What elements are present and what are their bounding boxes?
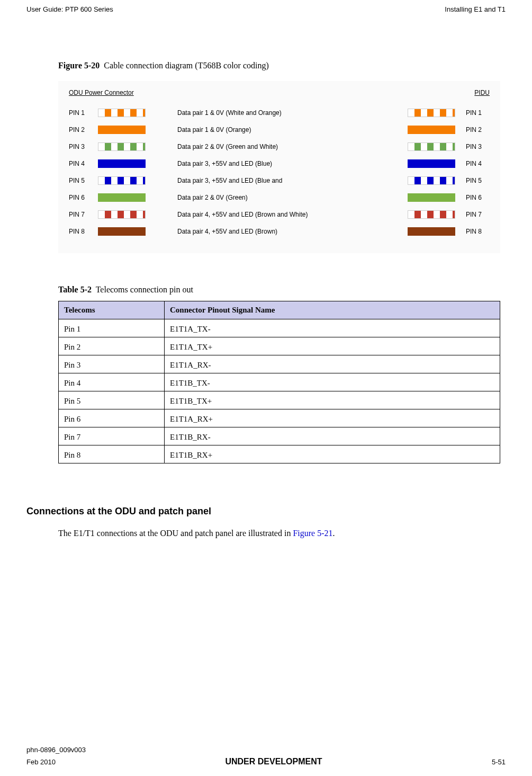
pin-right-label: PIN 5 [466,177,490,184]
table-row: Pin 1E1T1A_TX- [59,319,500,337]
pin-right-label: PIN 2 [466,126,490,133]
footer-status: UNDER DEVELOPMENT [225,757,322,766]
table-caption-text: Telecoms connection pin out [96,285,193,294]
cell-signal: E1T1B_RX+ [165,445,500,463]
cell-pin: Pin 2 [59,337,165,355]
cell-pin: Pin 6 [59,409,165,427]
figure-caption-text: Cable connection diagram (T568B color co… [104,61,268,70]
swatch-brown [408,227,455,236]
diagram-row: PIN 5 Data pair 3, +55V and LED (Blue an… [69,172,490,189]
cell-signal: E1T1A_TX- [165,319,500,337]
pin-left-label: PIN 1 [69,109,98,117]
swatch-orange [98,126,146,134]
figure-label: Figure 5-20 [58,61,100,70]
pin-left-label: PIN 3 [69,143,98,150]
diagram-row: PIN 1 Data pair 1 & 0V (White and Orange… [69,104,490,121]
wire-desc: Data pair 2 & 0V (Green and White) [177,143,397,150]
swatch-white-orange [98,109,146,117]
cell-signal: E1T1A_RX- [165,355,500,373]
cell-signal: E1T1B_TX- [165,373,500,391]
swatch-white-orange [408,109,455,117]
figure-link[interactable]: Figure 5-21 [293,529,332,538]
cell-signal: E1T1A_TX+ [165,337,500,355]
swatch-white-brown [98,210,146,219]
table-row: Pin 7E1T1B_RX- [59,427,500,445]
swatch-white-green [98,142,146,151]
pin-left-label: PIN 4 [69,160,98,167]
table-row: Pin 4E1T1B_TX- [59,373,500,391]
table-row: Pin 5E1T1B_TX+ [59,391,500,409]
swatch-blue [408,159,455,168]
wire-desc: Data pair 4, +55V and LED (Brown and Whi… [177,211,397,218]
swatch-green [98,193,146,202]
header-right: Installing E1 and T1 [445,5,506,13]
table-row: Pin 6E1T1A_RX+ [59,409,500,427]
cell-pin: Pin 8 [59,445,165,463]
cell-signal: E1T1A_RX+ [165,409,500,427]
pin-right-label: PIN 3 [466,143,490,150]
diagram-row: PIN 8 Data pair 4, +55V and LED (Brown) … [69,223,490,240]
swatch-white-blue [408,176,455,185]
pin-left-label: PIN 7 [69,211,98,218]
telecoms-table: Telecoms Connector Pinout Signal Name Pi… [58,301,500,463]
pin-right-label: PIN 1 [466,109,490,117]
pin-left-label: PIN 8 [69,228,98,235]
table-row: Pin 3E1T1A_RX- [59,355,500,373]
table-caption: Table 5-2 Telecoms connection pin out [58,285,500,295]
cell-signal: E1T1B_RX- [165,427,500,445]
swatch-brown [98,227,146,236]
cell-pin: Pin 1 [59,319,165,337]
swatch-white-green [408,142,455,151]
swatch-blue [98,159,146,168]
pin-right-label: PIN 7 [466,211,490,218]
cell-pin: Pin 5 [59,391,165,409]
swatch-white-blue [98,176,146,185]
diagram-row: PIN 6 Data pair 2 & 0V (Green) PIN 6 [69,189,490,206]
cell-pin: Pin 3 [59,355,165,373]
diagram-row: PIN 2 Data pair 1 & 0V (Orange) PIN 2 [69,121,490,138]
pin-right-label: PIN 6 [466,194,490,201]
cell-pin: Pin 4 [59,373,165,391]
wire-desc: Data pair 3, +55V and LED (Blue and [177,177,397,184]
body-text-post: . [333,529,335,538]
pin-left-label: PIN 2 [69,126,98,133]
diagram-left-title: ODU Power Connector [69,89,134,96]
cable-diagram: ODU Power Connector PIDU PIN 1 Data pair… [58,81,500,253]
pin-left-label: PIN 5 [69,177,98,184]
footer-date: Feb 2010 [26,758,56,766]
wire-desc: Data pair 3, +55V and LED (Blue) [177,160,397,167]
table-header-row: Telecoms Connector Pinout Signal Name [59,301,500,319]
footer-doc-id: phn-0896_009v003 [26,746,506,754]
table-row: Pin 2E1T1A_TX+ [59,337,500,355]
wire-desc: Data pair 1 & 0V (White and Orange) [177,109,397,117]
wire-desc: Data pair 2 & 0V (Green) [177,194,397,201]
cell-signal: E1T1B_TX+ [165,391,500,409]
wire-desc: Data pair 4, +55V and LED (Brown) [177,228,397,235]
body-text-pre: The E1/T1 connections at the ODU and pat… [58,529,293,538]
table-label: Table 5-2 [58,285,92,294]
footer-page: 5-51 [492,758,506,766]
th-telecoms: Telecoms [59,301,165,319]
page-header: User Guide: PTP 600 Series Installing E1… [26,5,506,13]
body-paragraph: The E1/T1 connections at the ODU and pat… [58,529,500,538]
header-left: User Guide: PTP 600 Series [26,5,113,13]
cell-pin: Pin 7 [59,427,165,445]
page-footer: phn-0896_009v003 Feb 2010 UNDER DEVELOPM… [26,746,506,766]
figure-caption: Figure 5-20 Cable connection diagram (T5… [58,61,500,70]
wire-desc: Data pair 1 & 0V (Orange) [177,126,397,133]
th-signal: Connector Pinout Signal Name [165,301,500,319]
diagram-row: PIN 4 Data pair 3, +55V and LED (Blue) P… [69,155,490,172]
diagram-row: PIN 3 Data pair 2 & 0V (Green and White)… [69,138,490,155]
pin-right-label: PIN 8 [466,228,490,235]
section-heading: Connections at the ODU and patch panel [26,506,500,517]
swatch-white-brown [408,210,455,219]
table-row: Pin 8E1T1B_RX+ [59,445,500,463]
diagram-row: PIN 7 Data pair 4, +55V and LED (Brown a… [69,206,490,223]
pin-right-label: PIN 4 [466,160,490,167]
swatch-orange [408,126,455,134]
pin-left-label: PIN 6 [69,194,98,201]
swatch-green [408,193,455,202]
diagram-right-title: PIDU [474,89,490,96]
